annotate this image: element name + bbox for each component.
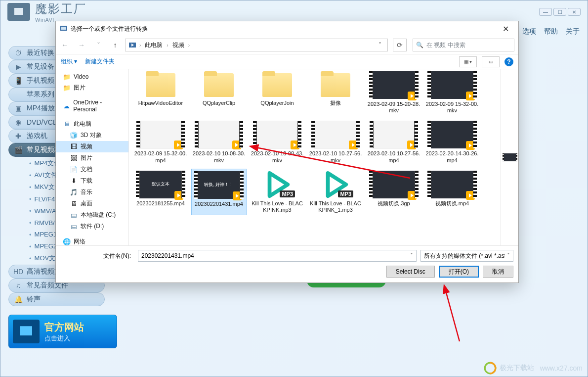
video-thumbnail [139, 121, 182, 148]
file-item[interactable]: QQplayerClip [191, 69, 247, 116]
menu-options[interactable]: 选项 [522, 27, 536, 36]
official-site-banner[interactable]: 官方网站 点击进入 [8, 315, 117, 348]
tree-item-5[interactable]: 🖥此电脑 [56, 118, 128, 130]
file-item[interactable]: 2023-02-10 10-27-56.mp4 [366, 119, 421, 165]
tree-item-14[interactable]: 🖴软件 (D:) [56, 221, 128, 232]
video-thumbnail [431, 121, 473, 148]
app-menubar: 选项 帮助 关于 [522, 27, 580, 36]
file-item[interactable]: 2023-02-20-14-30-26.mp4 [424, 119, 480, 165]
file-type-filter[interactable]: 所有支持的媒体文件 (*.avi *.asf˅ [420, 250, 513, 262]
play-badge-icon [233, 191, 242, 200]
folder-tree[interactable]: 📁Video📁图片☁OneDrive - Personal🖥此电脑🧊3D 对象🎞… [56, 69, 129, 245]
watermark: 极光下载站 www.x27.com [484, 362, 583, 375]
play-badge-icon [408, 191, 417, 200]
file-item[interactable]: MP3Kill This Love - BLACKPINK_1.mp3 [308, 169, 363, 215]
window-buttons: — ☐ ✕ [539, 8, 581, 16]
crumb-pc[interactable]: 此电脑 [144, 41, 164, 49]
open-button[interactable]: 打开(O) [439, 266, 479, 278]
mp3-icon: MP3 [258, 171, 296, 198]
search-box[interactable]: 🔍 在 视频 中搜索 [413, 39, 514, 51]
file-item[interactable]: 摄像 [308, 69, 363, 116]
new-folder-button[interactable]: 新建文件夹 [85, 57, 115, 66]
play-badge-icon [174, 191, 183, 200]
file-name: 202302201431.mp4 [195, 201, 243, 207]
sidebar-icon: ⏱ [14, 48, 23, 57]
dialog-nav: ← → ˅ ↑ › 此电脑 › 视频 › ˅ ⟳ 🔍 在 视频 中搜索 [56, 36, 518, 54]
tree-item-16[interactable]: 🌐网络 [56, 236, 128, 245]
file-name: 2023-02-10 10-08-43.mkv [251, 150, 304, 163]
file-name: QQplayerClip [203, 100, 235, 106]
file-name: 2023-02-09 15-32-00.mp4 [134, 150, 187, 163]
video-thumbnail [373, 71, 415, 99]
refresh-button[interactable]: ⟳ [393, 39, 407, 51]
sidebar-icon: 📱 [14, 76, 23, 85]
app-titlebar: 魔影工厂 WinAVI — ☐ ✕ [0, 0, 588, 23]
close-button[interactable]: ✕ [568, 8, 581, 16]
file-name: 2023-02-09 15-20-28.mkv [367, 101, 420, 114]
nav-recent-dropdown[interactable]: ˅ [91, 39, 105, 51]
maximize-button[interactable]: ☐ [553, 8, 566, 16]
banner-icon [13, 320, 40, 343]
sidebar-tail-2[interactable]: 🔔铃声 [8, 292, 105, 306]
nav-back-button[interactable]: ← [58, 39, 72, 51]
select-disc-button[interactable]: Select Disc [386, 266, 435, 278]
dialog-close-button[interactable]: ✕ [497, 24, 514, 34]
view-mode-button[interactable]: ▦ ▾ [459, 56, 477, 67]
video-thumbnail [431, 71, 473, 99]
nav-forward-button[interactable]: → [75, 39, 88, 51]
file-item[interactable]: 视频切换.3gp [366, 169, 421, 215]
file-grid[interactable]: HitpawVideoEditorQQplayerClipQQplayerJoi… [129, 69, 501, 245]
video-thumbnail [198, 121, 240, 148]
filename-input[interactable]: 202302201431.mp4˅ [138, 250, 417, 262]
file-item[interactable]: HitpawVideoEditor [133, 69, 188, 116]
tree-item-0[interactable]: 📁Video [56, 71, 128, 82]
address-dropdown[interactable]: ˅ [376, 42, 384, 48]
video-thumbnail [431, 171, 473, 198]
address-bar[interactable]: › 此电脑 › 视频 › ˅ [125, 39, 388, 51]
file-item[interactable]: 视频切换.mp4 [424, 169, 480, 215]
file-name: 摄像 [330, 100, 341, 106]
folder-icon [201, 71, 237, 98]
file-item[interactable]: 2023-02-10 10-08-43.mkv [250, 119, 305, 165]
video-library-icon [128, 41, 136, 49]
play-badge-icon [408, 92, 417, 100]
file-name: 2023-02-20-14-30-26.mp4 [425, 150, 479, 163]
file-item[interactable]: MP3Kill This Love - BLACKPINK.mp3 [250, 169, 305, 215]
play-badge-icon [466, 92, 475, 100]
tree-item-7[interactable]: 🎞视频 [56, 141, 128, 152]
preview-pane-button[interactable]: ▭ [482, 56, 500, 67]
dialog-icon [60, 24, 68, 34]
file-item[interactable]: 默认文本202302181255.mp4 [133, 169, 188, 215]
crumb-videos[interactable]: 视频 [171, 41, 185, 49]
file-item[interactable]: 2023-02-10 10-08-30.mkv [191, 119, 247, 165]
tree-item-3[interactable]: ☁OneDrive - Personal [56, 97, 128, 114]
tree-item-6[interactable]: 🧊3D 对象 [56, 130, 128, 141]
file-item[interactable]: 2023-02-10 10-27-56.mkv [308, 119, 363, 165]
tree-item-12[interactable]: 🖥桌面 [56, 198, 128, 209]
file-name: 视频切换.3gp [378, 200, 410, 207]
organize-menu[interactable]: 组织 ▾ [61, 57, 77, 66]
file-item[interactable]: QQplayerJoin [250, 69, 305, 116]
tree-item-13[interactable]: 🖴本地磁盘 (C:) [56, 209, 128, 221]
file-item[interactable]: 2023-02-09 15-20-28.mkv [366, 69, 421, 116]
menu-help[interactable]: 帮助 [544, 27, 558, 36]
tree-item-1[interactable]: 📁图片 [56, 82, 128, 94]
file-item[interactable]: 转换, 好神！！202302201431.mp4 [191, 169, 247, 215]
file-item[interactable]: 2023-02-09 15-32-00.mkv [424, 69, 480, 116]
file-name: 2023-02-09 15-32-00.mkv [425, 101, 479, 114]
minimize-button[interactable]: — [539, 8, 552, 16]
dialog-toolbar: 组织 ▾ 新建文件夹 ▦ ▾ ▭ ? [56, 54, 518, 69]
tree-item-11[interactable]: 🎵音乐 [56, 187, 128, 198]
file-item[interactable]: 2023-02-09 15-32-00.mp4 [133, 119, 188, 165]
tree-item-9[interactable]: 📄文档 [56, 164, 128, 175]
tree-item-8[interactable]: 🖼图片 [56, 152, 128, 164]
sidebar-icon: ✚ [14, 132, 23, 141]
search-placeholder: 在 视频 中搜索 [426, 41, 465, 49]
play-badge-icon [466, 141, 475, 150]
help-icon[interactable]: ? [504, 57, 513, 66]
cancel-button[interactable]: 取消 [483, 266, 513, 278]
video-thumbnail: 转换, 好神！！ [198, 171, 240, 199]
nav-up-button[interactable]: ↑ [108, 39, 122, 51]
tree-item-10[interactable]: ⬇下载 [56, 175, 128, 187]
menu-about[interactable]: 关于 [566, 27, 580, 36]
